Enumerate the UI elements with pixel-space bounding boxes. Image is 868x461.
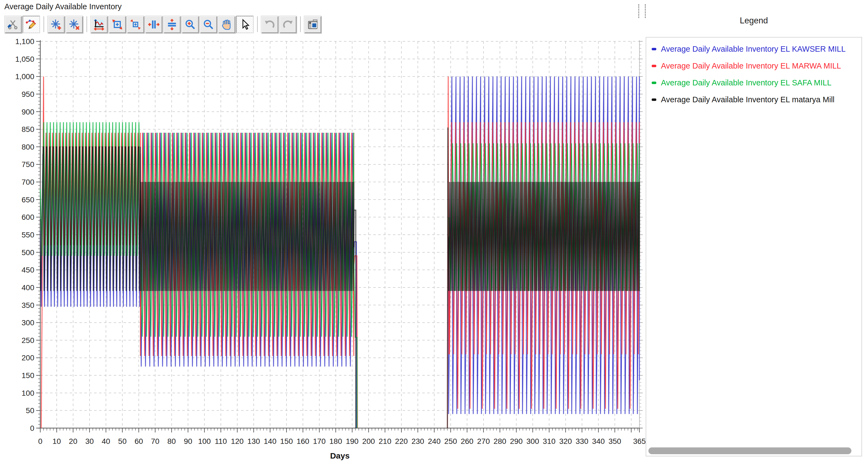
y-tick-label: 600: [22, 213, 34, 221]
x-tick-label: 160: [297, 437, 309, 446]
x-tick-label: 130: [247, 437, 260, 446]
y-tick-label: 1,050: [15, 55, 34, 63]
legend-box: Average Daily Available Inventory EL KAW…: [646, 37, 862, 456]
x-tick-label: 100: [198, 437, 211, 446]
y-tick-label: 550: [22, 231, 34, 239]
x-tick-label: 170: [313, 437, 326, 446]
x-tick-label: 365: [633, 437, 645, 446]
splitter-grip-icon[interactable]: [638, 4, 639, 18]
x-tick-label: 250: [444, 437, 457, 446]
y-tick-label: 450: [22, 266, 34, 274]
y-tick-label: 250: [22, 336, 34, 344]
legend-item-label: Average Daily Available Inventory EL mat…: [661, 95, 835, 104]
x-tick-label: 310: [543, 437, 556, 446]
y-tick-label: 650: [22, 196, 34, 204]
x-tick-label: 80: [167, 437, 176, 446]
y-tick-label: 350: [22, 301, 34, 309]
x-tick-label: 220: [395, 437, 408, 446]
y-tick-label: 800: [22, 143, 34, 151]
x-tick-label: 320: [559, 437, 572, 446]
x-tick-label: 40: [102, 437, 110, 446]
legend-item[interactable]: Average Daily Available Inventory EL mat…: [652, 94, 835, 105]
x-tick-label: 10: [53, 437, 61, 446]
chart-plot-area[interactable]: 0501001502002503003504004505005506006507…: [0, 0, 645, 461]
y-tick-label: 950: [22, 90, 34, 98]
legend-panel: Legend Average Daily Available Inventory…: [646, 0, 868, 461]
legend-item[interactable]: Average Daily Available Inventory EL KAW…: [652, 43, 846, 55]
legend-item-label: Average Daily Available Inventory EL SAF…: [661, 78, 832, 87]
x-tick-label: 50: [118, 437, 126, 446]
x-tick-label: 70: [151, 437, 159, 446]
y-tick-label: 1,000: [15, 72, 34, 81]
legend-marker-icon: [652, 81, 656, 84]
legend-title: Legend: [646, 16, 862, 26]
y-tick-label: 750: [22, 160, 34, 169]
x-tick-label: 60: [134, 437, 143, 446]
x-tick-label: 30: [85, 437, 94, 446]
legend-hscrollbar-thumb[interactable]: [648, 448, 851, 454]
y-tick-label: 0: [30, 424, 34, 432]
y-tick-label: 850: [22, 125, 34, 134]
x-tick-label: 280: [494, 437, 506, 446]
x-tick-label: 300: [527, 437, 539, 446]
x-tick-label: 190: [346, 437, 359, 446]
legend-item-label: Average Daily Available Inventory EL MAR…: [661, 62, 841, 70]
chart-window: Average Daily Available Inventory 050100…: [0, 0, 868, 461]
x-tick-label: 180: [330, 437, 342, 446]
x-tick-label: 240: [428, 437, 441, 446]
x-tick-label: 120: [231, 437, 244, 446]
y-tick-label: 50: [26, 406, 34, 415]
x-tick-label: 20: [69, 437, 77, 446]
x-tick-label: 210: [379, 437, 392, 446]
x-tick-label: 140: [264, 437, 276, 446]
x-tick-label: 110: [215, 437, 227, 446]
x-tick-label: 350: [609, 437, 621, 446]
y-tick-label: 400: [22, 284, 34, 292]
legend-item[interactable]: Average Daily Available Inventory EL SAF…: [652, 77, 832, 88]
y-tick-label: 100: [22, 389, 34, 397]
legend-marker-icon: [652, 65, 656, 67]
y-tick-label: 300: [22, 319, 34, 327]
x-tick-label: 0: [38, 437, 42, 446]
x-tick-label: 150: [280, 437, 293, 446]
y-tick-label: 200: [22, 354, 34, 362]
legend-item-label: Average Daily Available Inventory EL KAW…: [661, 44, 846, 54]
y-tick-label: 700: [22, 178, 34, 186]
legend-marker-icon: [652, 48, 656, 50]
x-tick-label: 340: [592, 437, 605, 446]
inventory-chart: 0501001502002503003504004505005506006507…: [0, 0, 645, 461]
x-tick-label: 230: [411, 437, 424, 446]
x-tick-label: 90: [184, 437, 192, 446]
x-tick-label: 200: [362, 437, 375, 446]
y-tick-label: 900: [22, 108, 34, 116]
x-tick-label: 260: [461, 437, 473, 446]
y-tick-label: 150: [22, 371, 34, 380]
x-axis-title: Days: [330, 451, 350, 460]
y-tick-label: 500: [22, 248, 34, 257]
x-tick-label: 330: [576, 437, 588, 446]
legend-marker-icon: [652, 98, 656, 101]
y-tick-label: 1,100: [15, 37, 34, 46]
legend-item[interactable]: Average Daily Available Inventory EL MAR…: [652, 60, 841, 71]
x-tick-label: 270: [477, 437, 490, 446]
x-tick-label: 290: [510, 437, 523, 446]
